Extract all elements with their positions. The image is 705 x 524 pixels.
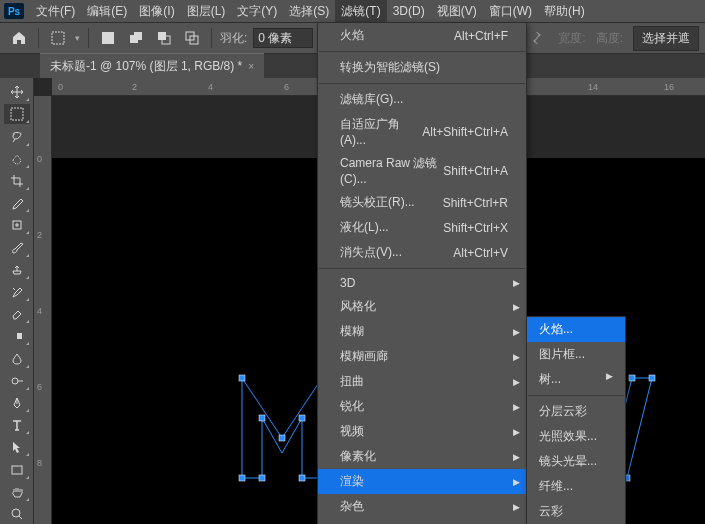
document-tab[interactable]: 未标题-1 @ 107% (图层 1, RGB/8) * ×: [40, 53, 264, 79]
ruler-tick: 2: [37, 230, 42, 240]
menu-edit[interactable]: 编辑(E): [81, 0, 133, 23]
submenu-arrow-icon: ▶: [513, 402, 520, 412]
menu-item[interactable]: 消失点(V)...Alt+Ctrl+V: [318, 240, 526, 265]
menu-item-label: 3D: [340, 276, 355, 290]
add-selection-icon[interactable]: [125, 27, 147, 49]
menu-window[interactable]: 窗口(W): [483, 0, 538, 23]
menu-item-label: 火焰: [340, 27, 364, 44]
menu-view[interactable]: 视图(V): [431, 0, 483, 23]
menu-filter[interactable]: 滤镜(T): [335, 0, 386, 23]
home-icon[interactable]: [8, 27, 30, 49]
menu-item[interactable]: 渲染▶: [318, 469, 526, 494]
new-selection-icon[interactable]: [97, 27, 119, 49]
swap-icon[interactable]: [526, 27, 548, 49]
svg-rect-3: [134, 32, 142, 40]
marquee-tool[interactable]: [4, 104, 30, 124]
clone-stamp-tool[interactable]: [4, 260, 30, 280]
menu-item-shortcut: Alt+Ctrl+V: [453, 246, 508, 260]
type-tool[interactable]: [4, 415, 30, 435]
close-icon[interactable]: ×: [248, 61, 254, 72]
menu-type[interactable]: 文字(Y): [231, 0, 283, 23]
subtract-selection-icon[interactable]: [153, 27, 175, 49]
submenu-arrow-icon: ▶: [513, 377, 520, 387]
zoom-tool[interactable]: [4, 504, 30, 524]
hand-tool[interactable]: [4, 482, 30, 502]
crop-tool[interactable]: [4, 171, 30, 191]
blur-tool[interactable]: [4, 348, 30, 368]
svg-rect-49: [649, 375, 655, 381]
eyedropper-tool[interactable]: [4, 193, 30, 213]
document-tab-label: 未标题-1 @ 107% (图层 1, RGB/8) *: [50, 58, 242, 75]
menu-item-shortcut: Shift+Ctrl+X: [443, 221, 508, 235]
menu-item[interactable]: 扭曲▶: [318, 369, 526, 394]
history-brush-tool[interactable]: [4, 282, 30, 302]
svg-rect-17: [279, 435, 285, 441]
move-tool[interactable]: [4, 82, 30, 102]
eraser-tool[interactable]: [4, 304, 30, 324]
submenu-item[interactable]: 分层云彩: [527, 399, 625, 424]
menu-item[interactable]: 火焰Alt+Ctrl+F: [318, 23, 526, 48]
menu-item[interactable]: 镜头校正(R)...Shift+Ctrl+R: [318, 190, 526, 215]
feather-input[interactable]: [253, 28, 313, 48]
intersect-selection-icon[interactable]: [181, 27, 203, 49]
brush-tool[interactable]: [4, 237, 30, 257]
menu-item[interactable]: 视频▶: [318, 419, 526, 444]
menu-item[interactable]: 杂色▶: [318, 494, 526, 519]
menu-image[interactable]: 图像(I): [133, 0, 180, 23]
menu-item[interactable]: 自适应广角(A)...Alt+Shift+Ctrl+A: [318, 112, 526, 151]
ruler-tick: 4: [37, 306, 42, 316]
ruler-tick: 6: [37, 382, 42, 392]
dodge-tool[interactable]: [4, 371, 30, 391]
dropdown-icon[interactable]: ▾: [75, 33, 80, 43]
ruler-tick: 16: [664, 82, 674, 92]
path-select-tool[interactable]: [4, 437, 30, 457]
menu-layer[interactable]: 图层(L): [181, 0, 232, 23]
feather-label: 羽化:: [220, 30, 247, 47]
menu-item[interactable]: 锐化▶: [318, 394, 526, 419]
menu-file[interactable]: 文件(F): [30, 0, 81, 23]
rectangle-tool[interactable]: [4, 459, 30, 479]
menu-item[interactable]: 其它▶: [318, 519, 526, 524]
submenu-arrow-icon: ▶: [513, 327, 520, 337]
menu-item-label: 转换为智能滤镜(S): [340, 59, 440, 76]
quick-select-tool[interactable]: [4, 149, 30, 169]
menu-item-label: 风格化: [340, 298, 376, 315]
submenu-item[interactable]: 图片框...: [527, 342, 625, 367]
height-label: 高度:: [596, 30, 623, 47]
ruler-tick: 0: [58, 82, 63, 92]
svg-rect-13: [12, 466, 22, 474]
spot-heal-tool[interactable]: [4, 215, 30, 235]
menu-item: 模糊画廊▶: [318, 344, 526, 369]
submenu-item[interactable]: 树...▶: [527, 367, 625, 392]
svg-rect-16: [239, 475, 245, 481]
submenu-item[interactable]: 火焰...: [527, 317, 625, 342]
pen-tool[interactable]: [4, 393, 30, 413]
select-and-mask-button[interactable]: 选择并遮: [633, 26, 699, 51]
render-submenu: 火焰...图片框...树...▶分层云彩光照效果...镜头光晕...纤维...云…: [526, 316, 626, 524]
gradient-tool[interactable]: [4, 326, 30, 346]
menu-help[interactable]: 帮助(H): [538, 0, 591, 23]
menu-item[interactable]: 液化(L)...Shift+Ctrl+X: [318, 215, 526, 240]
menu-item[interactable]: Camera Raw 滤镜(C)...Shift+Ctrl+A: [318, 151, 526, 190]
menu-item[interactable]: 像素化▶: [318, 444, 526, 469]
menu-item[interactable]: 3D▶: [318, 272, 526, 294]
separator: [88, 28, 89, 48]
submenu-item[interactable]: 云彩: [527, 499, 625, 524]
svg-point-14: [12, 509, 20, 517]
menu-item-label: 滤镜库(G)...: [340, 91, 403, 108]
menu-item[interactable]: 滤镜库(G)...: [318, 87, 526, 112]
svg-rect-21: [299, 415, 305, 421]
menu-item[interactable]: 转换为智能滤镜(S): [318, 55, 526, 80]
marquee-tool-icon[interactable]: [47, 27, 69, 49]
submenu-item[interactable]: 镜头光晕...: [527, 449, 625, 474]
menu-item[interactable]: 模糊▶: [318, 319, 526, 344]
menu-item-label: 杂色: [340, 498, 364, 515]
lasso-tool[interactable]: [4, 126, 30, 146]
menu-select[interactable]: 选择(S): [283, 0, 335, 23]
width-label: 宽度:: [558, 30, 585, 47]
submenu-item[interactable]: 纤维...: [527, 474, 625, 499]
menu-item-label: 镜头校正(R)...: [340, 194, 415, 211]
submenu-item[interactable]: 光照效果...: [527, 424, 625, 449]
menu-3d[interactable]: 3D(D): [387, 1, 431, 21]
menu-item[interactable]: 风格化▶: [318, 294, 526, 319]
